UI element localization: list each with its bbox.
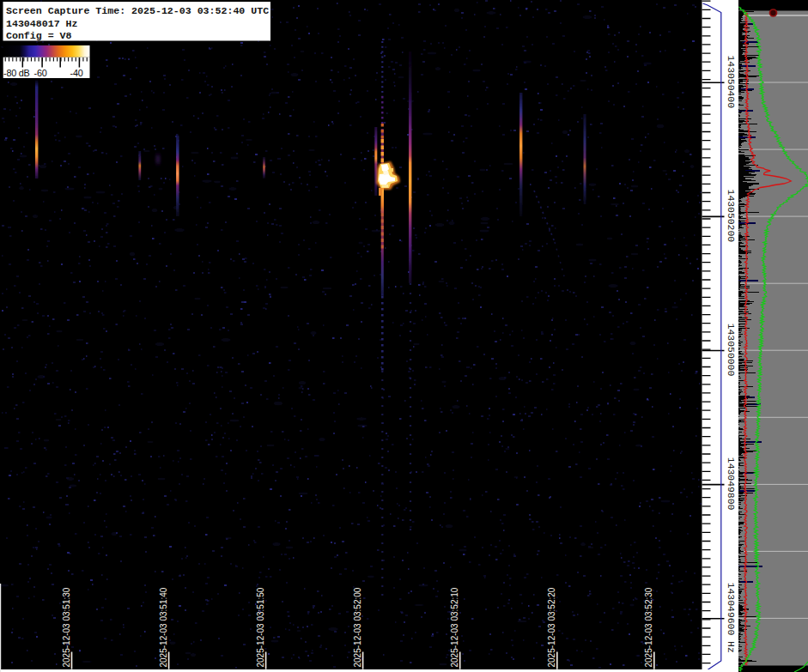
svg-text:143048017 Hz: 143048017 Hz <box>6 18 78 29</box>
svg-text:Screen Capture Time: 2025-12-0: Screen Capture Time: 2025-12-03 03:52:40… <box>6 5 269 16</box>
svg-text:143050000: 143050000 <box>726 324 736 377</box>
svg-text:2025-12-03 03:51:40: 2025-12-03 03:51:40 <box>159 587 168 667</box>
svg-text:143050200: 143050200 <box>726 190 736 243</box>
svg-text:143049600 Hz: 143049600 Hz <box>726 583 736 653</box>
svg-text:-40: -40 <box>70 68 83 78</box>
svg-text:143050400: 143050400 <box>726 56 736 109</box>
svg-text:-60: -60 <box>34 68 47 78</box>
svg-text:-80 dB: -80 dB <box>3 68 30 78</box>
svg-text:2025-12-03 03:51:50: 2025-12-03 03:51:50 <box>256 587 265 667</box>
svg-text:2025-12-03 03:51:30: 2025-12-03 03:51:30 <box>62 587 71 667</box>
svg-text:2025-12-03 03:52:10: 2025-12-03 03:52:10 <box>450 587 459 667</box>
svg-text:2025-12-03 03:52:20: 2025-12-03 03:52:20 <box>547 587 556 667</box>
svg-text:2025-12-03 03:52:30: 2025-12-03 03:52:30 <box>644 587 653 667</box>
svg-text:143049800: 143049800 <box>726 457 736 511</box>
svg-text:2025-12-03 03:52:00: 2025-12-03 03:52:00 <box>353 587 362 667</box>
svg-text:Config = V8: Config = V8 <box>6 30 72 41</box>
